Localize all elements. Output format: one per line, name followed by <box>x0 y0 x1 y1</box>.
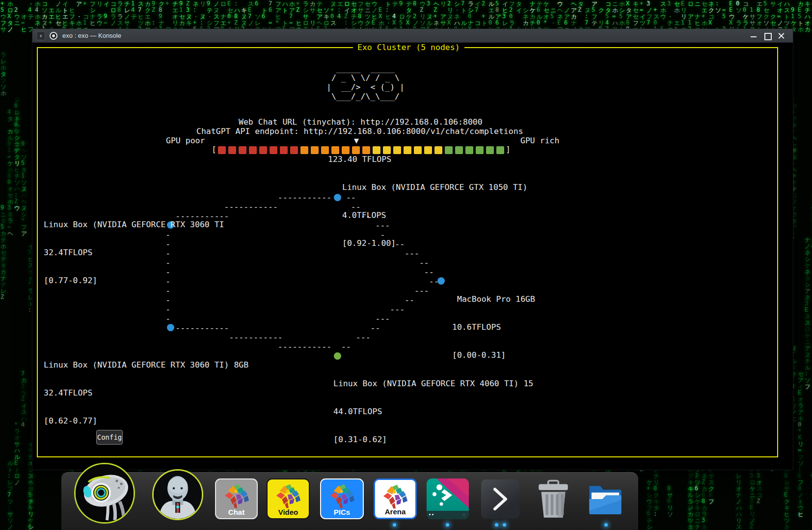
node-tflops: 44.0TFLOPS <box>333 407 533 416</box>
pics-label: PICs <box>321 508 363 516</box>
person-avatar-image <box>154 471 202 519</box>
video-label: Video <box>268 508 309 516</box>
gauge-marker-icon: ▼ <box>354 136 359 145</box>
gauge-square <box>362 146 370 154</box>
node-name: MacBook Pro 16GB <box>452 294 535 304</box>
node-range: [0.31-0.62] <box>333 435 533 444</box>
gauge-square <box>434 146 442 154</box>
gauge-square <box>239 146 246 154</box>
chat-label: Chat <box>216 508 257 516</box>
gauge-square <box>476 146 484 154</box>
konsole-app-icon <box>50 32 57 40</box>
gauge-bracket-open: [ <box>212 145 217 154</box>
gauge-square <box>445 146 453 154</box>
gauge-square <box>342 146 350 154</box>
node-range: [0.62-0.77] <box>44 416 248 425</box>
window-titlebar[interactable]: › exo : exo — Konsole <box>32 29 793 43</box>
konsole-chevron-icon <box>481 479 519 519</box>
total-tflops: 123.40 TFLOPS <box>328 155 391 164</box>
gauge-square <box>486 146 494 154</box>
gauge-square <box>331 146 339 154</box>
gpu-rich-label: GPU rich <box>520 136 559 145</box>
desktop-running-indicator <box>446 523 449 527</box>
chat-brain-icon <box>222 482 251 510</box>
folder-running-indicator <box>604 523 608 527</box>
node-tflops: 32.4TFLOPS <box>44 388 248 398</box>
window-menu-icon[interactable]: › <box>36 31 45 40</box>
gauge-square <box>373 146 380 154</box>
arena-running-indicator <box>393 523 396 527</box>
window-title: exo : exo — Konsole <box>62 32 121 39</box>
close-icon[interactable] <box>774 29 788 43</box>
gauge-square <box>249 146 257 154</box>
node-name: Linux Box (NVIDIA GEFORCE RTX 3060 TI) 8… <box>44 360 248 370</box>
gauge-square <box>393 146 401 154</box>
gauge-square <box>404 146 411 154</box>
node-name: Linux Box (NVIDIA GEFORCE GTX 1050 TI) <box>342 183 528 192</box>
robot-avatar-image <box>76 464 134 522</box>
node-tflops: 10.6TFLOPS <box>452 322 535 332</box>
arena-brain-icon <box>381 483 409 510</box>
exo-ascii-logo: _____ _____ / _ \ \/ / _ \ | __/> < (_) … <box>326 64 405 101</box>
node-info-gtx1050ti: Linux Box (NVIDIA GEFORCE GTX 1050 TI) 4… <box>342 164 528 266</box>
robot-avatar[interactable] <box>74 463 135 524</box>
gauge-square <box>218 146 226 154</box>
node-info-rtx3060ti: Linux Box (NVIDIA GEFORCE RTX 3060 TI 32… <box>44 201 224 304</box>
dock-item-pics[interactable]: PICs <box>320 478 364 519</box>
video-brain-icon <box>274 482 302 510</box>
node-info-rtx3060ti-8gb: Linux Box (NVIDIA GEFORCE RTX 3060 TI) 8… <box>44 342 248 444</box>
node-tflops: 4.0TFLOPS <box>342 211 528 220</box>
pics-brain-icon <box>328 482 356 510</box>
node-dot-rtx3060ti8g[interactable] <box>167 324 174 331</box>
konsole-window: › exo : exo — Konsole Exo Cluster (5 nod… <box>32 28 793 470</box>
config-button[interactable]: Config <box>96 430 123 445</box>
gauge-square <box>414 146 422 154</box>
trash-icon <box>536 479 570 519</box>
dock-item-arena[interactable]: Arena <box>374 478 417 519</box>
node-range: [0.77-0.92] <box>44 276 224 285</box>
node-name: Linux Box (NVIDIA GEFORCE RTX 4060 TI) 1… <box>333 379 533 388</box>
gauge-square <box>455 146 463 154</box>
gauge-square <box>270 146 277 154</box>
gauge-square <box>290 146 298 154</box>
arena-label: Arena <box>375 507 415 516</box>
gauge-bracket-close: ] <box>506 145 511 154</box>
konsole-running-indicator2 <box>503 523 506 527</box>
gauge-square <box>465 146 473 154</box>
node-name: Linux Box (NVIDIA GEFORCE RTX 3060 TI <box>44 220 224 229</box>
gauge-square <box>352 146 360 154</box>
node-info-rtx4060ti: Linux Box (NVIDIA GEFORCE RTX 4060 TI) 1… <box>333 360 533 463</box>
maximize-icon[interactable] <box>760 29 774 43</box>
cluster-title: Exo Cluster (5 nodes) <box>353 43 464 52</box>
node-range: [0.92-1.00] <box>342 238 528 248</box>
api-endpoint: ChatGPT API endpoint: http://192.168.0.1… <box>196 127 523 136</box>
web-chat-url: Web Chat URL (tinychat): http://192.168.… <box>239 117 483 127</box>
node-range: [0.00-0.31] <box>452 350 535 360</box>
gauge-square <box>280 146 288 154</box>
gauge-square <box>300 146 308 154</box>
minimize-icon[interactable] <box>747 29 760 43</box>
dock-item-file-manager[interactable] <box>587 479 623 519</box>
gauge-square <box>311 146 319 154</box>
gauge-square <box>321 146 329 154</box>
person-avatar[interactable] <box>152 469 203 520</box>
dock-item-trash[interactable] <box>536 479 570 519</box>
node-tflops: 32.4TFLOPS <box>44 248 224 257</box>
dock-item-desktop-preview[interactable] <box>427 478 469 519</box>
gauge-square <box>228 146 236 154</box>
node-dot-gtx1050ti[interactable] <box>334 194 341 201</box>
gauge-square <box>424 146 432 154</box>
desktop-preview-image <box>427 478 469 519</box>
dock-item-chat[interactable]: Chat <box>215 478 258 519</box>
gauge-square <box>259 146 267 154</box>
dock-item-video[interactable]: Video <box>267 478 310 519</box>
node-dot-rtx4060ti[interactable] <box>334 352 341 360</box>
gpu-poor-label: GPU poor <box>166 136 205 145</box>
folder-icon <box>587 479 623 519</box>
dock-item-konsole[interactable] <box>481 479 519 519</box>
konsole-running-indicator <box>495 523 498 527</box>
gauge-square <box>496 146 504 154</box>
gauge-square <box>383 146 391 154</box>
node-dot-macbook[interactable] <box>437 277 445 285</box>
